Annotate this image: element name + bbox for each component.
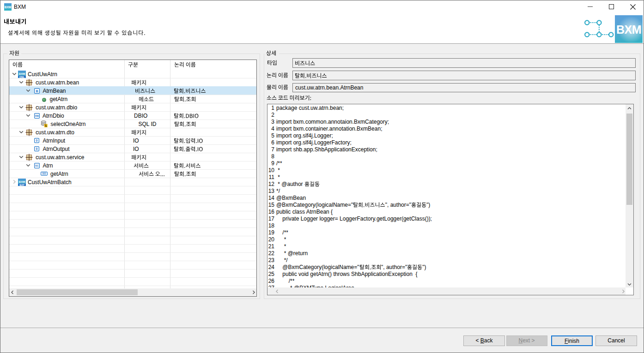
svg-text:SC: SC [35,164,39,167]
svg-text:BXM: BXM [19,72,25,75]
svg-text:0: 0 [36,139,37,142]
svg-text:BAT: BAT [19,183,24,185]
svg-text:0: 0 [36,147,37,150]
svg-text:ONL: ONL [19,75,25,78]
svg-text:SO: SO [42,172,46,175]
svg-text:BXM: BXM [19,180,25,183]
svg-text:BXM: BXM [5,6,11,9]
svg-text:S: S [45,124,47,127]
svg-text:B: B [36,89,38,92]
svg-text:DB: DB [35,114,39,117]
